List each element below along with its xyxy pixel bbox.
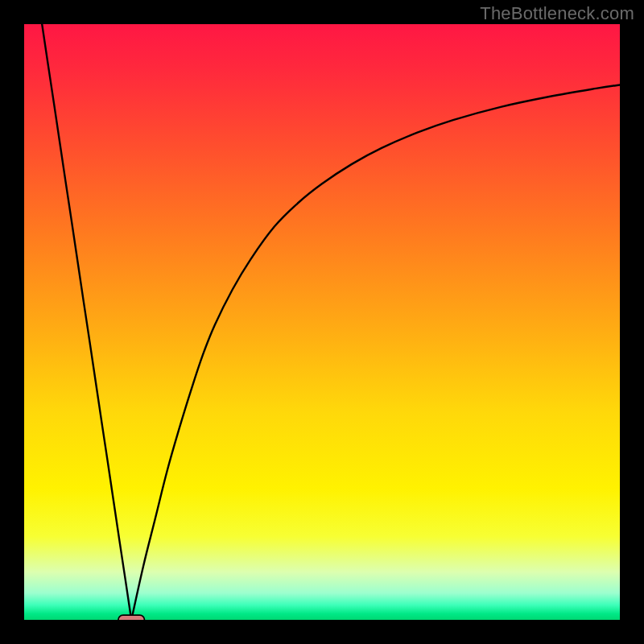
plot-area <box>24 24 620 620</box>
minimum-marker <box>118 615 145 620</box>
watermark-text: TheBottleneck.com <box>480 3 634 24</box>
gradient-background <box>24 24 620 620</box>
chart-svg <box>24 24 620 620</box>
chart-frame: TheBottleneck.com <box>0 0 644 644</box>
